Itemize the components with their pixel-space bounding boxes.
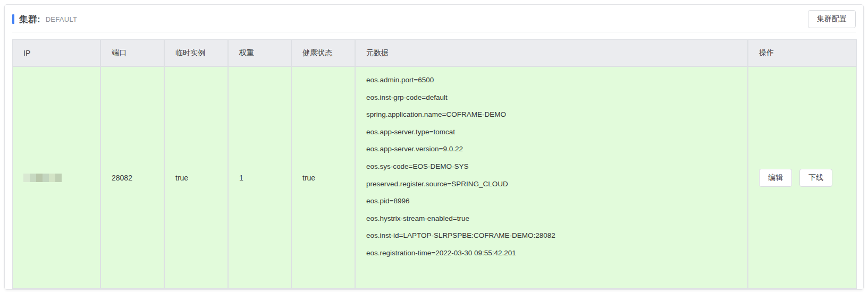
column-header-ip: IP: [13, 40, 101, 67]
metadata-line: eos.app-server.version=9.0.22: [366, 141, 747, 158]
ephemeral-cell: true: [165, 67, 229, 288]
actions-cell: 编辑 下线: [748, 67, 856, 288]
metadata-line: eos.registration-time=2022-03-30 09:55:4…: [366, 245, 747, 262]
column-header-metadata: 元数据: [356, 40, 748, 67]
instance-table: IP 端口 临时实例 权重 健康状态 元数据 操作 28082 true 1 t…: [12, 39, 857, 289]
column-header-ephemeral: 临时实例: [165, 40, 229, 67]
column-header-weight: 权重: [229, 40, 292, 67]
metadata-line: eos.hystrix-stream-enabled=true: [366, 210, 747, 228]
metadata-cell: eos.admin.port=6500 eos.inst-grp-code=de…: [356, 67, 748, 288]
instance-row: 28082 true 1 true eos.admin.port=6500 eo…: [13, 67, 856, 288]
metadata-line: eos.app-server.type=tomcat: [366, 124, 747, 141]
edit-button[interactable]: 编辑: [759, 169, 792, 187]
cluster-panel: 集群: DEFAULT 集群配置 IP 端口 临时实例 权重 健康状态 元数据 …: [4, 4, 864, 290]
column-header-actions: 操作: [748, 40, 856, 67]
weight-cell: 1: [229, 67, 292, 288]
cluster-name: DEFAULT: [46, 15, 78, 23]
redacted-ip-mosaic: [23, 174, 62, 182]
metadata-line: preserved.register.source=SPRING_CLOUD: [366, 176, 747, 193]
title-accent-bar: [12, 14, 14, 24]
table-header-row: IP 端口 临时实例 权重 健康状态 元数据 操作: [13, 40, 856, 67]
cluster-config-button[interactable]: 集群配置: [808, 10, 856, 28]
panel-header: 集群: DEFAULT 集群配置: [12, 5, 856, 32]
port-cell: 28082: [101, 67, 165, 288]
column-header-healthy: 健康状态: [292, 40, 356, 67]
ip-cell: [13, 67, 101, 288]
metadata-line: eos.sys-code=EOS-DEMO-SYS: [366, 158, 747, 176]
metadata-line: spring.application.name=COFRAME-DEMO: [366, 106, 747, 124]
metadata-line: eos.admin.port=6500: [366, 72, 747, 89]
panel-title-group: 集群: DEFAULT: [12, 13, 77, 25]
metadata-line: eos.inst-grp-code=default: [366, 89, 747, 107]
healthy-cell: true: [292, 67, 356, 288]
panel-title: 集群:: [19, 13, 40, 25]
metadata-line: eos.pid=8996: [366, 193, 747, 210]
column-header-port: 端口: [101, 40, 165, 67]
offline-button[interactable]: 下线: [799, 169, 832, 187]
metadata-line: eos.inst-id=LAPTOP-SLRPSPBE:COFRAME-DEMO…: [366, 227, 747, 245]
